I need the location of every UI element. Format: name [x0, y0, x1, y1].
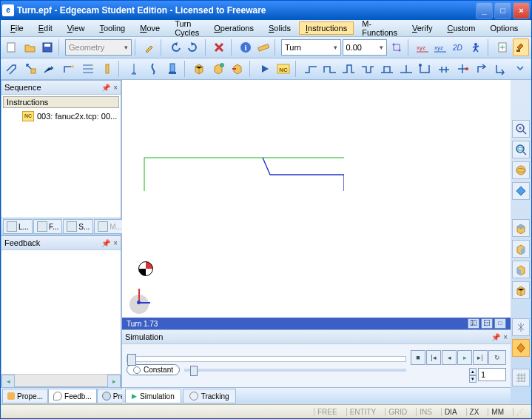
- menu-instructions[interactable]: Instructions: [299, 21, 354, 35]
- drill1-button[interactable]: [125, 60, 143, 78]
- mini-tab-l[interactable]: L...: [3, 219, 33, 234]
- view-front-button[interactable]: [512, 240, 530, 258]
- nc-button[interactable]: NC: [275, 60, 292, 78]
- path-arrow-button[interactable]: [511, 60, 529, 78]
- slider-thumb[interactable]: [127, 354, 136, 366]
- transform-button[interactable]: [388, 38, 405, 56]
- mini-tab-m[interactable]: M...: [94, 219, 126, 234]
- pin-icon[interactable]: 📌: [101, 239, 110, 247]
- rewind-button[interactable]: |◂: [426, 350, 441, 365]
- slider-thumb[interactable]: [190, 366, 198, 376]
- close-panel-icon[interactable]: ×: [113, 84, 118, 92]
- close-panel-icon[interactable]: ×: [113, 239, 118, 247]
- open-button[interactable]: [21, 38, 37, 56]
- status-dia[interactable]: DIA: [441, 408, 460, 416]
- cam-mode-button[interactable]: [494, 38, 511, 56]
- geometry-combo[interactable]: Geometry▾: [65, 39, 132, 56]
- menu-view[interactable]: View: [61, 21, 92, 35]
- tab-simulation[interactable]: ▶Simulation: [125, 389, 181, 403]
- step-forward-button[interactable]: ▸: [457, 350, 472, 365]
- op4-button[interactable]: [60, 60, 78, 78]
- brush-button[interactable]: [141, 38, 158, 56]
- tab-feedback[interactable]: Feedb...: [48, 389, 97, 403]
- grid-button[interactable]: [512, 369, 530, 386]
- speed-slider[interactable]: [184, 369, 406, 372]
- simulation-header[interactable]: Simulation 📌 ×: [122, 330, 511, 344]
- render-button[interactable]: [512, 339, 530, 357]
- feedback-scrollbar[interactable]: ◂ ▸: [1, 374, 121, 386]
- wireframe-button[interactable]: [512, 318, 530, 336]
- step-spinner[interactable]: ▴▾: [469, 368, 477, 381]
- view-top-button[interactable]: [512, 219, 530, 237]
- cube1-button[interactable]: [191, 60, 209, 78]
- view-diamond-button[interactable]: [512, 182, 530, 200]
- pin-icon[interactable]: 📌: [491, 333, 500, 341]
- menu-operations[interactable]: Operations: [207, 21, 260, 35]
- path11-button[interactable]: [492, 60, 510, 78]
- machining-mode-button[interactable]: [513, 38, 529, 56]
- minimize-button[interactable]: _: [476, 2, 493, 19]
- menu-move[interactable]: Move: [133, 21, 166, 35]
- op6-button[interactable]: [98, 60, 116, 78]
- value-combo[interactable]: 0.00▾: [343, 39, 387, 56]
- sequence-group-header[interactable]: Instructions: [3, 96, 119, 108]
- person-run-button[interactable]: [468, 38, 485, 56]
- menu-solids[interactable]: Solids: [262, 21, 297, 35]
- tab-tracking[interactable]: Tracking: [183, 389, 236, 403]
- path9-button[interactable]: [454, 60, 472, 78]
- path6-button[interactable]: [397, 60, 415, 78]
- path8-button[interactable]: [435, 60, 453, 78]
- path2-button[interactable]: [321, 60, 339, 78]
- split-v-icon[interactable]: ⿳: [481, 318, 493, 329]
- menu-m-functions[interactable]: M-Functions: [355, 17, 404, 39]
- redo-button[interactable]: [185, 38, 201, 56]
- spin-up[interactable]: ▴: [469, 368, 477, 375]
- menu-verify[interactable]: Verify: [405, 21, 440, 35]
- status-free[interactable]: FREE: [314, 408, 340, 416]
- info-button[interactable]: i: [237, 38, 253, 56]
- save-button[interactable]: [39, 38, 55, 56]
- path4-button[interactable]: [359, 60, 377, 78]
- undo-button[interactable]: [167, 38, 183, 56]
- pin-icon[interactable]: 📌: [101, 84, 110, 92]
- path1-button[interactable]: [302, 60, 320, 78]
- op3-button[interactable]: [41, 60, 58, 78]
- feedback-header[interactable]: Feedback 📌 ×: [1, 236, 121, 250]
- play-button[interactable]: [256, 60, 274, 78]
- status-grid[interactable]: GRID: [385, 408, 410, 416]
- cycle-combo[interactable]: Turn▾: [281, 39, 341, 56]
- step-back-button[interactable]: ◂: [442, 350, 457, 365]
- stop-button[interactable]: ■: [411, 350, 425, 365]
- status-ins[interactable]: INS: [416, 408, 435, 416]
- drill3-button[interactable]: [164, 60, 181, 78]
- view-sphere-button[interactable]: [512, 161, 530, 179]
- zoom-fit-button[interactable]: [512, 141, 530, 158]
- op2-button[interactable]: [22, 60, 40, 78]
- xyz-red-button[interactable]: xyz: [414, 38, 431, 56]
- maximize-button[interactable]: □: [494, 2, 511, 19]
- path5-button[interactable]: [378, 60, 396, 78]
- status-entity[interactable]: ENTITY: [346, 408, 380, 416]
- path7-button[interactable]: [417, 60, 434, 78]
- status-zx[interactable]: ZX: [466, 408, 482, 416]
- zoom-in-button[interactable]: [512, 120, 530, 138]
- menu-options[interactable]: Options: [483, 21, 525, 35]
- new-button[interactable]: [3, 38, 19, 56]
- step-value[interactable]: 1: [478, 368, 506, 381]
- menu-custom[interactable]: Custom: [440, 21, 482, 35]
- view-iso-button[interactable]: [512, 281, 530, 299]
- menu-tooling[interactable]: Tooling: [92, 21, 132, 35]
- xyz-blue-button[interactable]: xyz: [432, 38, 448, 56]
- menu-file[interactable]: File: [4, 21, 30, 35]
- drill2-button[interactable]: [144, 60, 162, 78]
- viewport[interactable]: [122, 80, 511, 318]
- view-side-button[interactable]: [512, 261, 530, 278]
- scroll-left-button[interactable]: ◂: [1, 375, 15, 388]
- single-view-icon[interactable]: □: [494, 318, 506, 329]
- path3-button[interactable]: [340, 60, 358, 78]
- op5-button[interactable]: [79, 60, 97, 78]
- loop-button[interactable]: ↻: [488, 350, 506, 365]
- menu-turn-cycles[interactable]: Turn Cycles: [168, 17, 206, 39]
- mini-tab-s[interactable]: S...: [63, 219, 93, 234]
- measure-button[interactable]: [255, 38, 272, 56]
